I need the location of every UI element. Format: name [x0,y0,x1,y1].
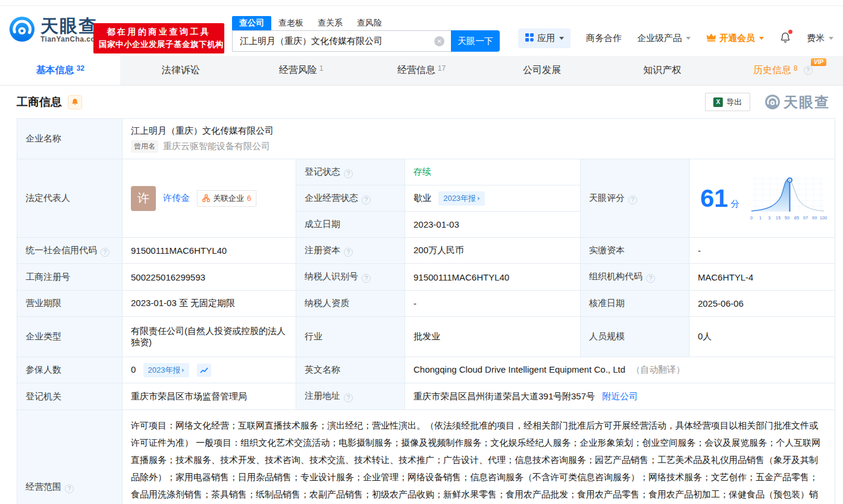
question-icon[interactable] [804,66,813,75]
field-value: 0 2023年报 [123,357,296,383]
svg-text:0: 0 [750,215,753,220]
question-icon[interactable] [362,196,371,204]
field-label: 核准日期 [581,291,690,317]
field-label: 纳税人识别号 [296,264,405,291]
tab-intellectual-property[interactable]: 知识产权 [602,56,722,85]
search-tab-risk[interactable]: 查风险 [350,16,389,30]
nav-enterprise-products[interactable]: 企业级产品 [637,33,691,44]
avatar[interactable]: 许 [131,186,156,211]
tianyancha-logo[interactable]: 天眼查 TianYanCha.com [8,15,102,45]
enterprise-label: 企业级产品 [637,33,682,44]
svg-text:3: 3 [768,215,770,220]
nearby-companies-link[interactable]: 附近公司 [602,391,638,401]
svg-text:99: 99 [812,215,817,220]
svg-text:97: 97 [803,215,808,220]
watermark-logo: 天眼查 [764,93,830,112]
question-icon[interactable] [344,393,353,402]
header: 天眼查 TianYanCha.com 都在用的商业查询工具 国家中小企业发展子基… [0,6,843,56]
score-curve-chart: 0 1 3 15 50 85 97 99 100 [748,172,828,225]
question-icon[interactable] [344,248,353,257]
field-label: 法定代表人 [17,159,123,238]
table-row: 登记机关 重庆市荣昌区市场监督管理局 注册地址 重庆市荣昌区昌州街道荣昌大道39… [17,383,835,410]
notifications-button[interactable] [779,32,791,45]
legal-rep-link[interactable]: 许传金 [163,193,190,204]
related-companies-label: 关联企业 [213,193,244,204]
user-menu[interactable]: 费米 [807,33,833,44]
field-label: 人员规模 [581,317,690,357]
chevron-down-icon [759,37,764,40]
tab-legal-proceedings[interactable]: 法律诉讼 [120,56,240,85]
tianyancha-logo-icon [8,15,36,45]
field-label: 工商注册号 [17,264,123,291]
tab-basic-info[interactable]: 基本信息 32 [0,56,120,85]
tab-label: 经营信息 [397,64,435,77]
business-info-table: 企业名称 江上明月（重庆）文化传媒有限公司 曾用名 重庆云驱智能设备有限公司 法… [17,118,835,504]
search-input[interactable] [232,30,451,52]
chevron-down-icon [829,37,833,40]
former-name-badge: 曾用名 [131,140,158,153]
question-icon[interactable] [65,484,74,493]
svg-text:50: 50 [785,215,789,220]
field-label: 企业类型 [17,317,123,357]
promo-line1: 都在用的商业查询工具 [99,27,219,37]
table-row: 企业名称 江上明月（重庆）文化传媒有限公司 曾用名 重庆云驱智能设备有限公司 [17,119,835,159]
line-chart-icon [200,367,208,374]
question-icon[interactable] [628,196,637,204]
company-name-cell: 江上明月（重庆）文化传媒有限公司 曾用名 重庆云驱智能设备有限公司 [123,119,835,159]
tab-history-info[interactable]: VIP 历史信息 8 [723,56,843,85]
related-companies-badge[interactable]: 关联企业 6 [197,190,256,207]
field-value: 2025-06-06 [690,291,835,317]
search-tab-boss[interactable]: 查老板 [271,16,311,30]
field-value: 200万人民币 [405,238,581,264]
tab-business-info[interactable]: 经营信息 17 [361,56,481,85]
org-chart-icon [202,194,210,202]
field-label: 注册资本 [296,238,405,264]
field-label: 登记状态 [296,159,405,185]
search-box: 查公司 查老板 查关系 查风险 天眼一下 [232,16,500,52]
tab-count: 32 [77,64,84,73]
field-label: 企业经营状态 [296,185,405,212]
field-label: 成立日期 [296,212,405,238]
table-row: 经营范围 许可项目：网络文化经营；互联网直播技术服务；演出经纪；营业性演出。（依… [17,410,835,504]
annual-report-badge[interactable]: 2023年报 [438,191,485,206]
score-unit: 分 [731,199,739,209]
field-label: 行业 [296,317,405,357]
table-row: 营业期限 2023-01-03 至 无固定期限 纳税人资质 - 核准日期 202… [17,291,835,317]
monitor-bell-button[interactable] [68,95,82,109]
chevron-down-icon [559,37,564,40]
apps-menu[interactable]: 应用 [518,29,571,48]
search-tab-company[interactable]: 查公司 [232,16,271,30]
search-clear-icon[interactable] [434,36,444,46]
nav-open-vip[interactable]: 开通会员 [706,33,764,44]
tab-label: 历史信息 [753,64,791,77]
promo-line2: 国家中小企业发展子基金旗下机构 [99,39,219,50]
field-label: 参保人数 [17,357,123,383]
annual-report-badge[interactable]: 2023年报 [143,363,190,377]
search-tabs: 查公司 查老板 查关系 查风险 [232,16,500,30]
chevron-down-icon [686,37,691,40]
export-button[interactable]: 导出 [705,93,750,111]
crown-icon [706,33,716,44]
field-label: 注册地址 [296,383,405,410]
field-value: 有限责任公司(自然人投资或控股的法人独资) [123,317,296,357]
auto-translate-note: （自动翻译） [631,364,685,374]
field-value: 500225016299593 [123,264,296,291]
search-tab-relation[interactable]: 查关系 [311,16,350,30]
tab-operational-risk[interactable]: 经营风险 1 [241,56,361,85]
search-button[interactable]: 天眼一下 [451,30,500,52]
field-label: 英文名称 [296,357,405,383]
trend-chart-button[interactable] [197,364,211,377]
tab-company-development[interactable]: 公司发展 [482,56,602,85]
question-icon[interactable] [344,169,353,178]
question-icon[interactable] [646,274,655,283]
question-icon[interactable] [101,248,109,257]
legal-rep-cell: 许 许传金 关联企业 6 [123,159,296,238]
field-value: - [405,291,581,317]
question-icon[interactable] [362,274,371,283]
former-name: 重庆云驱智能设备有限公司 [163,141,270,152]
related-companies-count: 6 [247,194,251,203]
excel-icon [713,97,723,107]
field-value: 91500111MAC6HTYL40 [123,238,296,264]
nav-cooperation[interactable]: 商务合作 [586,33,622,44]
business-scope-text: 许可项目：网络文化经营；互联网直播技术服务；演出经纪；营业性演出。（依法须经批准… [123,410,835,504]
